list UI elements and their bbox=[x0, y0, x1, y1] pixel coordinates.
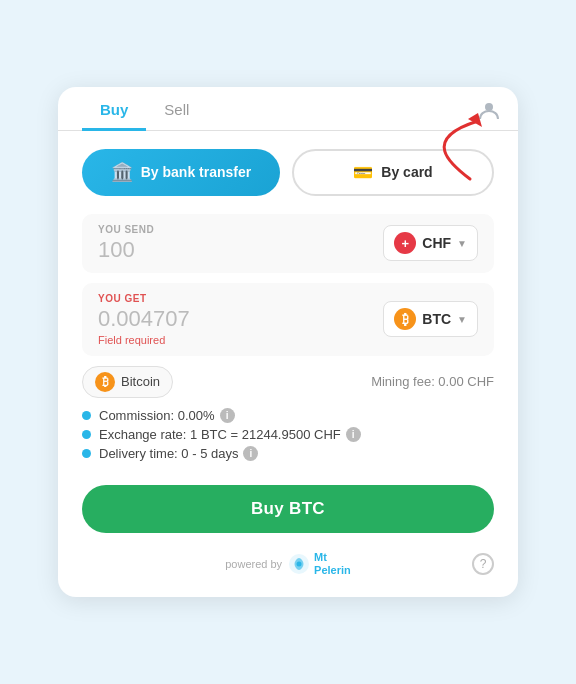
exchange-rate-text: Exchange rate: 1 BTC = 21244.9500 CHF i bbox=[99, 427, 361, 442]
footer: powered by Mt Pelerin ? bbox=[58, 551, 518, 577]
commission-text: Commission: 0.00% i bbox=[99, 408, 235, 423]
chf-selector[interactable]: + CHF ▼ bbox=[383, 225, 478, 261]
detail-rows: Commission: 0.00% i Exchange rate: 1 BTC… bbox=[58, 404, 518, 471]
card-icon: 💳 bbox=[353, 163, 373, 182]
pelerin-brand-text: Mt Pelerin bbox=[314, 551, 351, 577]
coin-row: ₿ Bitcoin Mining fee: 0.00 CHF bbox=[58, 366, 518, 398]
tab-bar: Buy Sell bbox=[58, 87, 518, 131]
delivery-time-text: Delivery time: 0 - 5 days i bbox=[99, 446, 258, 461]
exchange-card: Buy Sell 🏛️ By bank transfer 💳 By card Y… bbox=[58, 87, 518, 597]
exchange-rate-info-icon[interactable]: i bbox=[346, 427, 361, 442]
help-icon[interactable]: ? bbox=[472, 553, 494, 575]
commission-row: Commission: 0.00% i bbox=[82, 408, 494, 423]
delivery-time-row: Delivery time: 0 - 5 days i bbox=[82, 446, 494, 461]
commission-info-icon[interactable]: i bbox=[220, 408, 235, 423]
chf-code: CHF bbox=[422, 235, 451, 251]
btc-code: BTC bbox=[422, 311, 451, 327]
mining-fee: Mining fee: 0.00 CHF bbox=[371, 374, 494, 389]
bank-transfer-button[interactable]: 🏛️ By bank transfer bbox=[82, 149, 280, 196]
exchange-rate-row: Exchange rate: 1 BTC = 21244.9500 CHF i bbox=[82, 427, 494, 442]
btc-chevron: ▼ bbox=[457, 314, 467, 325]
buy-btc-button[interactable]: Buy BTC bbox=[82, 485, 494, 533]
receive-value[interactable]: 0.004707 bbox=[98, 306, 190, 332]
chf-chevron: ▼ bbox=[457, 238, 467, 249]
send-section: YOU SEND 100 + CHF ▼ bbox=[82, 214, 494, 273]
coin-name: Bitcoin bbox=[121, 374, 160, 389]
btc-circle-icon: ₿ bbox=[95, 372, 115, 392]
commission-dot bbox=[82, 411, 91, 420]
payment-row: 🏛️ By bank transfer 💳 By card bbox=[58, 149, 518, 196]
svg-point-3 bbox=[297, 561, 302, 566]
exchange-rate-dot bbox=[82, 430, 91, 439]
send-label: YOU SEND bbox=[98, 224, 154, 235]
btc-selector[interactable]: ₿ BTC ▼ bbox=[383, 301, 478, 337]
pelerin-icon bbox=[288, 553, 310, 575]
powered-by-text: powered by bbox=[225, 558, 282, 570]
tab-buy[interactable]: Buy bbox=[82, 87, 146, 131]
card-button[interactable]: 💳 By card bbox=[292, 149, 494, 196]
pelerin-logo[interactable]: Mt Pelerin bbox=[288, 551, 351, 577]
receive-label: YOU GET bbox=[98, 293, 190, 304]
bank-icon: 🏛️ bbox=[111, 161, 133, 183]
send-left: YOU SEND 100 bbox=[98, 224, 154, 263]
bitcoin-tag[interactable]: ₿ Bitcoin bbox=[82, 366, 173, 398]
btc-flag: ₿ bbox=[394, 308, 416, 330]
delivery-time-info-icon[interactable]: i bbox=[243, 446, 258, 461]
field-required-text: Field required bbox=[98, 334, 190, 346]
receive-section: YOU GET 0.004707 Field required ₿ BTC ▼ bbox=[82, 283, 494, 356]
send-value[interactable]: 100 bbox=[98, 237, 154, 263]
tab-sell[interactable]: Sell bbox=[146, 87, 207, 131]
delivery-time-dot bbox=[82, 449, 91, 458]
receive-left: YOU GET 0.004707 Field required bbox=[98, 293, 190, 346]
chf-flag: + bbox=[394, 232, 416, 254]
